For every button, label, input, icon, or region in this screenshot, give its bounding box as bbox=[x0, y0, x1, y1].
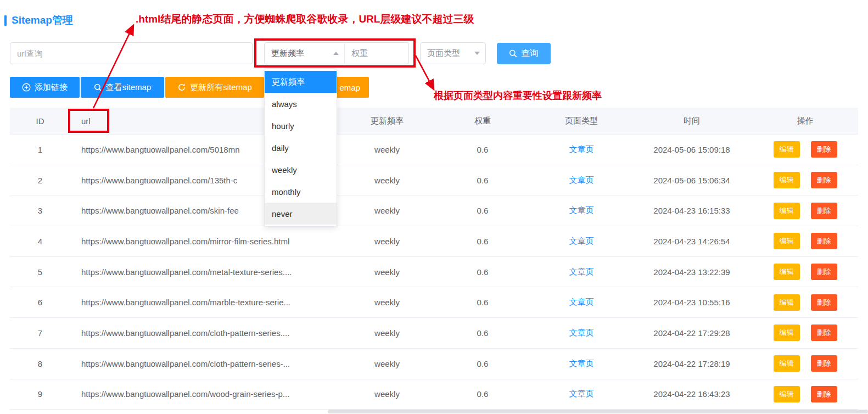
frequency-dropdown-option[interactable]: hourly bbox=[265, 115, 337, 137]
page-type-select[interactable]: 页面类型 bbox=[420, 42, 486, 64]
delete-button[interactable]: 删除 bbox=[811, 294, 837, 311]
cell-actions: 编辑 删除 bbox=[752, 141, 858, 158]
annotation-side-note: 根据页面类型内容重要性设置跟新频率 bbox=[434, 89, 602, 102]
header-id: ID bbox=[10, 116, 70, 126]
edit-button[interactable]: 编辑 bbox=[774, 264, 800, 280]
sitemap-table: ID url 更新频率 权重 页面类型 时间 操作 1 https://www.… bbox=[10, 108, 858, 410]
cell-weight: 0.6 bbox=[434, 237, 531, 246]
delete-button[interactable]: 删除 bbox=[811, 355, 837, 372]
frequency-dropdown-option[interactable]: never bbox=[265, 203, 337, 225]
query-button-label: 查询 bbox=[521, 48, 539, 59]
page-type-link[interactable]: 文章页 bbox=[569, 236, 594, 247]
weight-select[interactable]: 权重 bbox=[344, 42, 409, 64]
delete-button[interactable]: 删除 bbox=[811, 172, 837, 188]
partial-button-label: emap bbox=[339, 83, 360, 92]
cell-id: 3 bbox=[10, 206, 70, 215]
page-type-link[interactable]: 文章页 bbox=[569, 175, 594, 186]
page-type-link[interactable]: 文章页 bbox=[569, 144, 594, 155]
edit-button[interactable]: 编辑 bbox=[774, 386, 800, 402]
edit-button[interactable]: 编辑 bbox=[774, 141, 800, 158]
cell-page-type: 文章页 bbox=[531, 328, 631, 338]
cell-weight: 0.6 bbox=[434, 298, 531, 307]
page-header: Sitemap管理 bbox=[4, 13, 73, 27]
cell-actions: 编辑 删除 bbox=[752, 233, 858, 249]
cell-actions: 编辑 删除 bbox=[752, 172, 858, 188]
header-time: 时间 bbox=[631, 116, 752, 126]
weight-select-value: 权重 bbox=[351, 48, 368, 59]
edit-button[interactable]: 编辑 bbox=[774, 325, 800, 341]
add-link-label: 添加链接 bbox=[35, 82, 68, 93]
update-all-sitemap-button[interactable]: 更新所有sitemap bbox=[165, 77, 264, 98]
frequency-dropdown-option[interactable]: 更新频率 bbox=[265, 71, 337, 93]
header-weight: 权重 bbox=[434, 116, 531, 126]
cell-time: 2024-04-23 16:15:33 bbox=[631, 206, 752, 215]
cell-actions: 编辑 删除 bbox=[752, 386, 858, 402]
cell-time: 2024-04-22 17:29:28 bbox=[631, 328, 752, 338]
delete-button[interactable]: 删除 bbox=[811, 325, 837, 341]
header-frequency: 更新频率 bbox=[340, 116, 434, 126]
cell-page-type: 文章页 bbox=[531, 205, 631, 216]
frequency-dropdown-option[interactable]: daily bbox=[265, 137, 337, 159]
table-row: 6 https://www.bangtuowallpanel.com/marbl… bbox=[10, 287, 858, 318]
table-row: 8 https://www.bangtuowallpanel.com/cloth… bbox=[10, 349, 858, 379]
cell-weight: 0.6 bbox=[434, 176, 531, 185]
add-link-button[interactable]: 添加链接 bbox=[10, 77, 80, 98]
cell-time: 2024-04-22 17:28:19 bbox=[631, 359, 752, 368]
page-type-link[interactable]: 文章页 bbox=[569, 267, 594, 277]
cell-time: 2024-04-23 10:55:16 bbox=[631, 298, 752, 307]
view-sitemap-button[interactable]: 查看sitemap bbox=[81, 77, 164, 98]
circle-plus-icon bbox=[22, 83, 31, 92]
page-type-link[interactable]: 文章页 bbox=[569, 359, 594, 369]
cell-weight: 0.6 bbox=[434, 145, 531, 154]
page-type-link[interactable]: 文章页 bbox=[569, 297, 594, 307]
edit-button[interactable]: 编辑 bbox=[774, 355, 800, 372]
cell-weight: 0.6 bbox=[434, 328, 531, 338]
cell-url: https://www.bangtuowallpanel.com/cloth-p… bbox=[70, 359, 340, 368]
delete-button[interactable]: 删除 bbox=[811, 386, 837, 402]
cell-frequency: weekly bbox=[340, 389, 434, 399]
cell-time: 2024-05-06 15:06:34 bbox=[631, 176, 752, 185]
page-type-link[interactable]: 文章页 bbox=[569, 389, 594, 399]
cell-id: 1 bbox=[10, 145, 70, 154]
cell-url: https://www.bangtuowallpanel.com/cloth-p… bbox=[70, 328, 340, 338]
query-button[interactable]: 查询 bbox=[497, 43, 551, 64]
edit-button[interactable]: 编辑 bbox=[774, 203, 800, 219]
edit-button[interactable]: 编辑 bbox=[774, 233, 800, 249]
cell-page-type: 文章页 bbox=[531, 267, 631, 277]
cell-url: https://www.bangtuowallpanel.com/metal-t… bbox=[70, 267, 340, 277]
edit-button[interactable]: 编辑 bbox=[774, 172, 800, 188]
frequency-dropdown-option[interactable]: always bbox=[265, 93, 337, 115]
cell-url: https://www.bangtuowallpanel.com/marble-… bbox=[70, 298, 340, 307]
cell-weight: 0.6 bbox=[434, 389, 531, 399]
page-type-link[interactable]: 文章页 bbox=[569, 328, 594, 338]
caret-down-icon bbox=[474, 52, 480, 55]
delete-button[interactable]: 删除 bbox=[811, 233, 837, 249]
refresh-icon bbox=[177, 83, 186, 92]
cell-actions: 编辑 删除 bbox=[752, 264, 858, 280]
update-all-sitemap-label: 更新所有sitemap bbox=[190, 82, 252, 93]
cell-url: https://www.bangtuowallpanel.com/mirror-… bbox=[70, 237, 340, 246]
cell-actions: 编辑 删除 bbox=[752, 203, 858, 219]
delete-button[interactable]: 删除 bbox=[811, 203, 837, 219]
annotation-top-note: .html结尾的静态页面，方便蜘蛛爬取谷歌收录，URL层级建议不超过三级 bbox=[136, 12, 474, 26]
frequency-dropdown-option[interactable]: weekly bbox=[265, 159, 337, 181]
frequency-select-value: 更新频率 bbox=[271, 48, 304, 59]
frequency-select[interactable]: 更新频率 bbox=[264, 42, 345, 64]
delete-button[interactable]: 删除 bbox=[811, 141, 837, 158]
frequency-dropdown-panel: 更新频率 always hourly daily weekly monthly … bbox=[264, 69, 337, 227]
cell-frequency: weekly bbox=[340, 328, 434, 338]
frequency-dropdown-option[interactable]: monthly bbox=[265, 181, 337, 203]
cell-id: 8 bbox=[10, 359, 70, 368]
page-type-link[interactable]: 文章页 bbox=[569, 205, 594, 216]
table-row: 7 https://www.bangtuowallpanel.com/cloth… bbox=[10, 318, 858, 349]
table-body: 1 https://www.bangtuowallpanel.com/5018m… bbox=[10, 135, 858, 410]
edit-button[interactable]: 编辑 bbox=[774, 294, 800, 311]
horizontal-scrollbar-thumb[interactable] bbox=[328, 410, 868, 413]
cell-page-type: 文章页 bbox=[531, 236, 631, 247]
delete-button[interactable]: 删除 bbox=[811, 264, 837, 280]
cell-page-type: 文章页 bbox=[531, 144, 631, 155]
cell-time: 2024-05-06 15:09:18 bbox=[631, 145, 752, 154]
search-icon bbox=[509, 49, 517, 58]
table-row: 3 https://www.bangtuowallpanel.com/skin-… bbox=[10, 195, 858, 226]
url-search-input[interactable] bbox=[10, 42, 253, 64]
